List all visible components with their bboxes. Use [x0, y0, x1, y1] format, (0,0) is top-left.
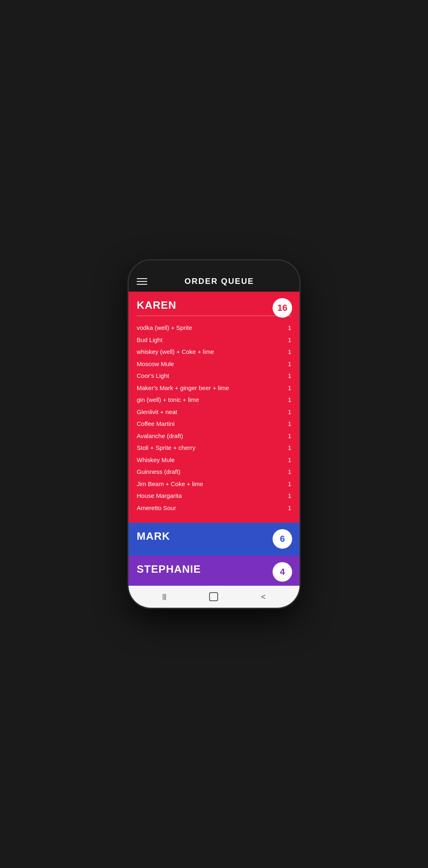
item-name: Maker's Mark + ginger beer + lime [137, 384, 283, 392]
order-card-stephanie[interactable]: 4STEPHANIE [129, 556, 299, 586]
nav-recent-apps-icon[interactable] [162, 593, 166, 600]
order-item: Coffee Martini1 [137, 418, 291, 430]
item-qty: 1 [283, 360, 291, 368]
divider-karen [137, 316, 291, 316]
item-name: Avalanche (draft) [137, 432, 283, 440]
item-qty: 1 [283, 504, 291, 512]
item-qty: 1 [283, 480, 291, 488]
order-name-mark: MARK [137, 530, 291, 543]
item-name: Bud Light [137, 336, 283, 344]
order-item: Moscow Mule1 [137, 358, 291, 370]
status-bar [129, 260, 299, 272]
order-item: Maker's Mark + ginger beer + lime1 [137, 382, 291, 394]
item-name: vodka (well) + Sprite [137, 324, 283, 332]
item-name: Whiskey Mule [137, 456, 283, 464]
phone-nav-bar [129, 586, 299, 608]
count-badge-stephanie: 4 [273, 562, 292, 582]
item-qty: 1 [283, 432, 291, 440]
item-name: whiskey (well) + Coke + lime [137, 348, 283, 356]
phone-device: ORDER QUEUE 16KARENvodka (well) + Sprite… [129, 260, 299, 608]
order-item: Bud Light1 [137, 334, 291, 346]
nav-home-icon[interactable] [209, 592, 218, 601]
nav-back-icon[interactable] [261, 592, 266, 602]
menu-button[interactable] [137, 278, 147, 285]
item-qty: 1 [283, 408, 291, 416]
item-qty: 1 [283, 384, 291, 392]
app-header: ORDER QUEUE [129, 272, 299, 292]
item-name: Guinness (draft) [137, 468, 283, 476]
order-queue-scroll[interactable]: 16KARENvodka (well) + Sprite1Bud Light1w… [129, 292, 299, 586]
order-item: Avalanche (draft)1 [137, 430, 291, 442]
item-qty: 1 [283, 396, 291, 404]
order-item: Glenlivit + neat1 [137, 406, 291, 418]
item-name: Stoli + Sprite + cherry [137, 444, 283, 452]
order-item: vodka (well) + Sprite1 [137, 322, 291, 334]
page-title: ORDER QUEUE [147, 277, 291, 286]
item-name: Ameretto Sour [137, 504, 283, 512]
order-item: Coor's Light1 [137, 370, 291, 382]
item-qty: 1 [283, 456, 291, 464]
item-name: House Margarita [137, 492, 283, 500]
count-badge-mark: 6 [273, 529, 292, 549]
order-item: Whiskey Mule1 [137, 454, 291, 466]
order-item: Stoli + Sprite + cherry1 [137, 442, 291, 454]
item-name: Moscow Mule [137, 360, 283, 368]
item-qty: 1 [283, 336, 291, 344]
item-qty: 1 [283, 492, 291, 500]
order-name-stephanie: STEPHANIE [137, 563, 291, 576]
count-badge-karen: 16 [273, 298, 292, 318]
order-item: Guinness (draft)1 [137, 466, 291, 478]
item-name: gin (well) + tonic + lime [137, 396, 283, 404]
order-item: Jim Beam + Coke + lime1 [137, 478, 291, 490]
order-name-karen: KAREN [137, 299, 291, 312]
order-card-mark[interactable]: 6MARK [129, 523, 299, 556]
order-item: gin (well) + tonic + lime1 [137, 394, 291, 406]
order-items-karen: vodka (well) + Sprite1Bud Light1whiskey … [137, 322, 291, 514]
order-card-karen[interactable]: 16KARENvodka (well) + Sprite1Bud Light1w… [129, 292, 299, 523]
item-name: Coor's Light [137, 372, 283, 380]
order-item: Ameretto Sour1 [137, 502, 291, 514]
item-qty: 1 [283, 444, 291, 452]
item-qty: 1 [283, 468, 291, 476]
item-qty: 1 [283, 348, 291, 356]
order-item: House Margarita1 [137, 490, 291, 502]
item-qty: 1 [283, 372, 291, 380]
item-qty: 1 [283, 420, 291, 428]
order-item: whiskey (well) + Coke + lime1 [137, 346, 291, 358]
item-name: Glenlivit + neat [137, 408, 283, 416]
item-name: Coffee Martini [137, 420, 283, 428]
item-qty: 1 [283, 324, 291, 332]
item-name: Jim Beam + Coke + lime [137, 480, 283, 488]
